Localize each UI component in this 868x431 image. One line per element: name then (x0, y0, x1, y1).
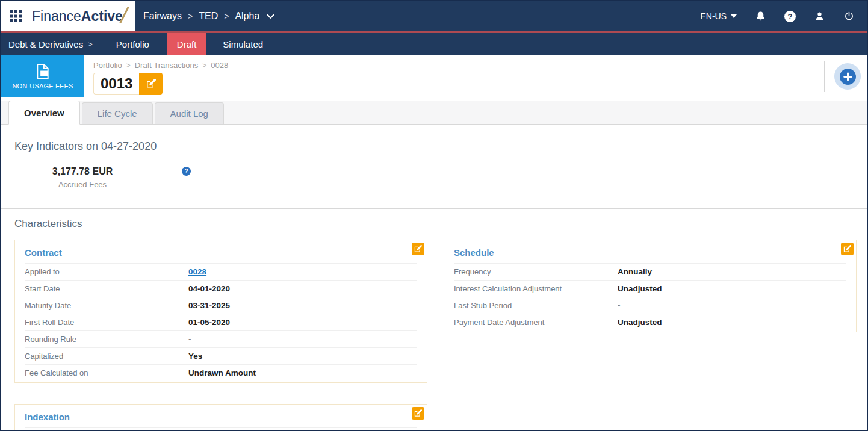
row-value: 03-31-2025 (188, 301, 230, 310)
edit-contract-button[interactable] (412, 243, 424, 255)
metric-help-icon[interactable]: ? (182, 167, 191, 176)
indexation-panel: Indexation Rate Type Fixed (14, 404, 427, 431)
key-indicators-section: Key Indicators on 04-27-2020 3,177.78 EU… (1, 125, 867, 209)
row-label: Interest Calculation Adjustment (454, 284, 618, 293)
breadcrumb-separator: > (126, 61, 131, 70)
page-header: NON-USAGE FEES Portfolio > Draft Transac… (1, 55, 867, 101)
logout-power-icon[interactable] (843, 11, 855, 22)
row-value: Annually (618, 267, 652, 276)
page-breadcrumb: Portfolio > Draft Transactions > 0028 (93, 61, 867, 70)
nav-item-simulated[interactable]: Simulated (210, 33, 276, 55)
row-value: 01-05-2020 (188, 318, 230, 327)
table-row: Applied to 0028 (25, 263, 417, 280)
edit-indexation-button[interactable] (412, 407, 424, 420)
table-row: Fee Calculated on Undrawn Amount (25, 364, 417, 381)
non-usage-fees-tile[interactable]: NON-USAGE FEES (1, 55, 84, 97)
logo-box: FinanceActive (1, 1, 135, 31)
contract-panel-title: Contract (25, 243, 417, 263)
context-breadcrumb: Fairways > TED > Alpha (143, 11, 274, 22)
top-bar: FinanceActive Fairways > TED > Alpha EN-… (1, 1, 867, 31)
key-indicators-row: 3,177.78 EUR Accrued Fees ? (14, 166, 854, 189)
help-icon[interactable]: ? (784, 11, 796, 22)
finance-active-logo[interactable]: FinanceActive (32, 8, 125, 25)
row-label: Last Stub Period (454, 301, 618, 310)
language-label: EN-US (700, 11, 727, 21)
pencil-square-icon (414, 409, 422, 417)
accrued-fees-metric: 3,177.78 EUR Accrued Fees (14, 166, 150, 189)
pencil-square-icon (843, 245, 851, 253)
table-row: Start Date 04-01-2020 (25, 280, 417, 297)
row-label: Fee Calculated on (25, 368, 188, 377)
schedule-panel-title: Schedule (454, 243, 846, 263)
table-row: Rounding Rule - (25, 330, 417, 347)
table-row: Payment Date Adjustment Unadjusted (454, 314, 846, 330)
vertical-divider (824, 61, 825, 92)
top-bar-actions: EN-US ? (700, 10, 867, 22)
table-row: Interest Calculation Adjustment Unadjust… (454, 280, 846, 297)
row-label: Capitalized (25, 352, 188, 361)
characteristics-heading: Characteristics (14, 218, 867, 230)
user-account-icon[interactable] (814, 11, 825, 22)
table-row: Rate Type Fixed (25, 427, 417, 431)
tab-bar: Overview Life Cycle Audit Log (1, 101, 867, 125)
breadcrumb-item-0028[interactable]: 0028 (211, 61, 228, 70)
breadcrumb-separator: > (188, 11, 193, 21)
row-value: Unadjusted (618, 318, 662, 327)
row-label: Applied to (25, 267, 188, 276)
breadcrumb-item-fairways[interactable]: Fairways (143, 11, 182, 22)
applied-to-link[interactable]: 0028 (188, 267, 206, 276)
page-title: 0013 (93, 73, 139, 95)
logo-active-text: Active (81, 8, 123, 25)
page-header-main: Portfolio > Draft Transactions > 0028 00… (93, 55, 867, 95)
chevron-down-icon[interactable] (267, 14, 274, 19)
table-row: Frequency Annually (454, 263, 846, 280)
edit-schedule-button[interactable] (841, 243, 854, 255)
nav-item-draft[interactable]: Draft (167, 33, 207, 55)
row-label: Maturity Date (25, 301, 188, 310)
page-title-row: 0013 (93, 73, 867, 95)
module-tile-label: NON-USAGE FEES (12, 82, 73, 90)
language-selector[interactable]: EN-US (700, 11, 737, 21)
indexation-panel-title: Indexation (25, 408, 417, 427)
tab-audit-log[interactable]: Audit Log (155, 102, 224, 124)
caret-down-icon (731, 14, 737, 18)
table-row: First Roll Date 01-05-2020 (25, 314, 417, 330)
row-value: - (618, 301, 621, 310)
metric-value: 3,177.78 EUR (14, 166, 150, 177)
document-icon (35, 63, 51, 79)
pencil-square-icon (146, 79, 156, 88)
row-value: 04-01-2020 (188, 284, 230, 293)
notifications-bell-icon[interactable] (755, 10, 766, 22)
add-button[interactable] (834, 63, 861, 90)
table-row: Maturity Date 03-31-2025 (25, 297, 417, 314)
page-header-actions (824, 61, 861, 92)
key-indicators-heading: Key Indicators on 04-27-2020 (14, 140, 854, 153)
breadcrumb-item-draft-transactions[interactable]: Draft Transactions (135, 61, 199, 70)
row-value: Yes (188, 352, 202, 361)
plus-icon (840, 69, 856, 85)
breadcrumb-item-portfolio[interactable]: Portfolio (93, 61, 122, 70)
row-value: Undrawn Amount (188, 368, 256, 377)
edit-title-button[interactable] (139, 73, 163, 95)
characteristics-section: Characteristics Contract Applied to 0028… (1, 209, 867, 431)
row-label: Frequency (454, 267, 618, 276)
schedule-panel: Schedule Frequency Annually Interest Cal… (444, 240, 857, 332)
table-row: Last Stub Period - (454, 297, 846, 314)
row-label: Start Date (25, 284, 188, 293)
help-glyph: ? (184, 168, 188, 175)
logo-finance-text: Finance (32, 8, 81, 25)
module-nav-bar: Debt & Derivatives > Portfolio Draft Sim… (1, 33, 867, 55)
app-grid-icon[interactable] (9, 10, 22, 23)
tab-life-cycle[interactable]: Life Cycle (82, 102, 153, 124)
breadcrumb-item-ted[interactable]: TED (199, 11, 218, 22)
tab-overview[interactable]: Overview (8, 101, 80, 125)
row-value: Unadjusted (618, 284, 662, 293)
nav-item-portfolio[interactable]: Portfolio (104, 33, 162, 55)
breadcrumb-item-alpha[interactable]: Alpha (235, 11, 259, 22)
contract-panel: Contract Applied to 0028 Start Date 04-0… (14, 240, 427, 383)
metric-label: Accrued Fees (14, 180, 150, 189)
breadcrumb-separator: > (224, 11, 229, 21)
nav-section-debt-derivatives[interactable]: Debt & Derivatives > (1, 33, 100, 55)
pencil-square-icon (414, 245, 422, 253)
help-glyph: ? (788, 12, 793, 21)
